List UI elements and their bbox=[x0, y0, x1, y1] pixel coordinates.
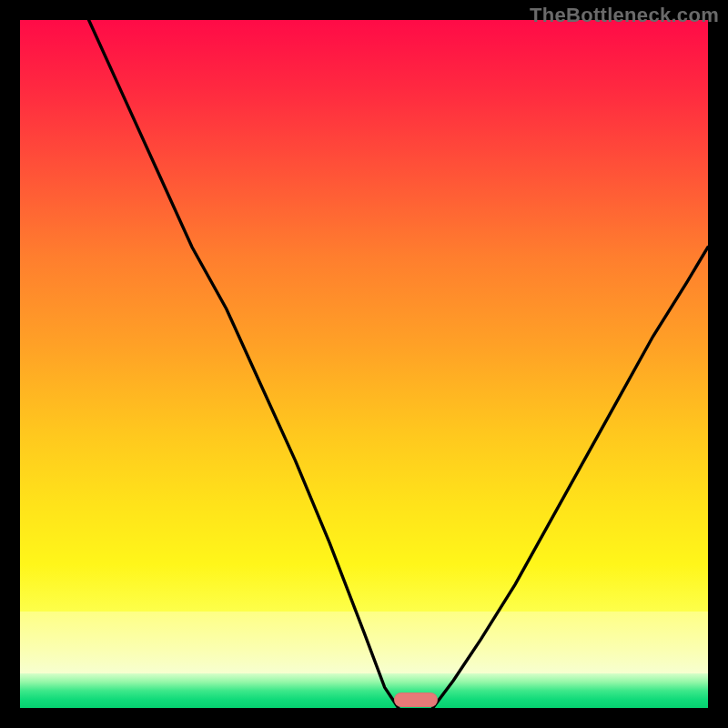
curve-left-branch bbox=[89, 20, 399, 708]
watermark-text: TheBottleneck.com bbox=[530, 4, 719, 27]
curve-right-branch bbox=[433, 247, 708, 708]
chart-frame: TheBottleneck.com bbox=[0, 0, 728, 728]
bottleneck-curve bbox=[20, 20, 708, 708]
plot-area bbox=[20, 20, 708, 708]
optimal-point-marker bbox=[394, 693, 438, 707]
